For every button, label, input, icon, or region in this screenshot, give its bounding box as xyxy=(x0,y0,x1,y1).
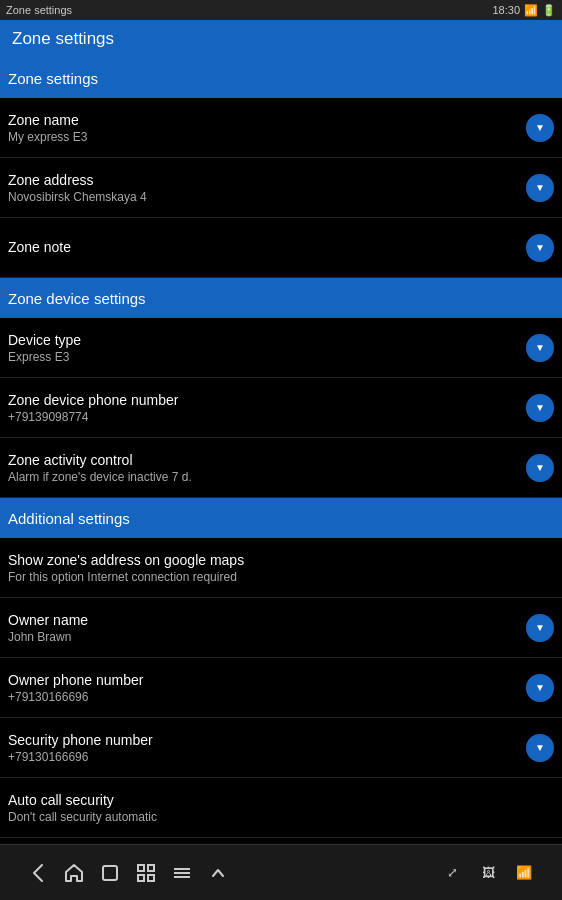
auto-call-security-label: Auto call security xyxy=(8,792,518,808)
zone-device-phone-content: Zone device phone number +79139098774 xyxy=(8,392,518,424)
security-phone-chevron[interactable] xyxy=(526,734,554,762)
home-button[interactable] xyxy=(56,855,92,891)
svg-rect-0 xyxy=(103,866,117,880)
show-zone-address-label: Show zone's address on google maps xyxy=(8,552,518,568)
signal-icon: 📶 xyxy=(506,855,542,891)
security-phone-content: Security phone number +79130166696 xyxy=(8,732,518,764)
owner-phone-content: Owner phone number +79130166696 xyxy=(8,672,518,704)
zone-activity-control-row[interactable]: Zone activity control Alarm if zone's de… xyxy=(0,438,562,498)
owner-phone-label: Owner phone number xyxy=(8,672,518,688)
svg-rect-2 xyxy=(148,865,154,871)
svg-rect-4 xyxy=(148,875,154,881)
scan-button[interactable] xyxy=(128,855,164,891)
nav-bar: ⤢ 🖼 📶 xyxy=(0,844,562,900)
zone-name-chevron[interactable] xyxy=(526,114,554,142)
owner-name-content: Owner name John Brawn xyxy=(8,612,518,644)
svg-rect-3 xyxy=(138,875,144,881)
zone-note-row[interactable]: Zone note xyxy=(0,218,562,278)
device-type-row[interactable]: Device type Express E3 xyxy=(0,318,562,378)
owner-name-label: Owner name xyxy=(8,612,518,628)
show-zone-address-value: For this option Internet connection requ… xyxy=(8,570,518,584)
section-zone-device-label: Zone device settings xyxy=(8,290,146,307)
back-button[interactable] xyxy=(20,855,56,891)
device-type-label: Device type xyxy=(8,332,518,348)
app-title: Zone settings xyxy=(12,29,114,49)
zone-address-content: Zone address Novosibirsk Chemskaya 4 xyxy=(8,172,518,204)
time-display: 18:30 xyxy=(492,4,520,16)
zone-device-phone-label: Zone device phone number xyxy=(8,392,518,408)
auto-call-security-row[interactable]: Auto call security Don't call security a… xyxy=(0,778,562,838)
zone-activity-control-value: Alarm if zone's device inactive 7 d. xyxy=(8,470,518,484)
owner-name-value: John Brawn xyxy=(8,630,518,644)
owner-name-row[interactable]: Owner name John Brawn xyxy=(0,598,562,658)
expand-icon[interactable]: ⤢ xyxy=(434,855,470,891)
status-bar-title: Zone settings xyxy=(6,4,492,16)
section-zone-settings-label: Zone settings xyxy=(8,70,98,87)
zone-activity-control-chevron[interactable] xyxy=(526,454,554,482)
menu-button[interactable] xyxy=(164,855,200,891)
image-icon[interactable]: 🖼 xyxy=(470,855,506,891)
zone-note-label: Zone note xyxy=(8,239,518,255)
zone-name-row[interactable]: Zone name My express E3 xyxy=(0,98,562,158)
scroll-area[interactable]: Zone settings Zone name My express E3 Zo… xyxy=(0,58,562,844)
section-additional-label: Additional settings xyxy=(8,510,130,527)
zone-name-content: Zone name My express E3 xyxy=(8,112,518,144)
device-type-content: Device type Express E3 xyxy=(8,332,518,364)
zone-address-value: Novosibirsk Chemskaya 4 xyxy=(8,190,518,204)
zone-address-row[interactable]: Zone address Novosibirsk Chemskaya 4 xyxy=(0,158,562,218)
app-title-bar: Zone settings xyxy=(0,20,562,58)
auto-call-security-content: Auto call security Don't call security a… xyxy=(8,792,554,824)
zone-address-label: Zone address xyxy=(8,172,518,188)
owner-name-chevron[interactable] xyxy=(526,614,554,642)
section-zone-settings: Zone settings xyxy=(0,58,562,98)
zone-activity-control-label: Zone activity control xyxy=(8,452,518,468)
zone-device-phone-row[interactable]: Zone device phone number +79139098774 xyxy=(0,378,562,438)
zone-device-phone-value: +79139098774 xyxy=(8,410,518,424)
security-phone-label: Security phone number xyxy=(8,732,518,748)
device-type-value: Express E3 xyxy=(8,350,518,364)
zone-note-content: Zone note xyxy=(8,239,518,257)
auto-call-security-value: Don't call security automatic xyxy=(8,810,518,824)
wifi-icon: 📶 xyxy=(524,4,538,17)
status-bar: Zone settings 18:30 📶 🔋 xyxy=(0,0,562,20)
show-zone-address-row[interactable]: Show zone's address on google maps For t… xyxy=(0,538,562,598)
owner-phone-chevron[interactable] xyxy=(526,674,554,702)
zone-device-phone-chevron[interactable] xyxy=(526,394,554,422)
zone-address-chevron[interactable] xyxy=(526,174,554,202)
battery-icon: 🔋 xyxy=(542,4,556,17)
zone-activity-control-content: Zone activity control Alarm if zone's de… xyxy=(8,452,518,484)
owner-phone-row[interactable]: Owner phone number +79130166696 xyxy=(0,658,562,718)
owner-phone-value: +79130166696 xyxy=(8,690,518,704)
status-right: 18:30 📶 🔋 xyxy=(492,4,556,17)
recents-button[interactable] xyxy=(92,855,128,891)
up-button[interactable] xyxy=(200,855,236,891)
show-zone-address-content: Show zone's address on google maps For t… xyxy=(8,552,554,584)
zone-note-chevron[interactable] xyxy=(526,234,554,262)
svg-rect-1 xyxy=(138,865,144,871)
section-zone-device-settings: Zone device settings xyxy=(0,278,562,318)
zone-name-value: My express E3 xyxy=(8,130,518,144)
security-phone-value: +79130166696 xyxy=(8,750,518,764)
section-additional-settings: Additional settings xyxy=(0,498,562,538)
zone-name-label: Zone name xyxy=(8,112,518,128)
security-phone-row[interactable]: Security phone number +79130166696 xyxy=(0,718,562,778)
device-type-chevron[interactable] xyxy=(526,334,554,362)
